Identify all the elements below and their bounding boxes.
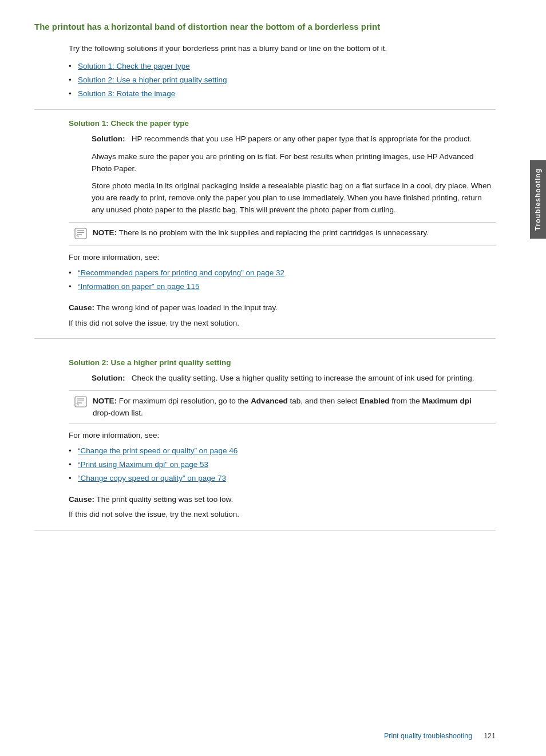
solution1-text: Solution: HP recommends that you use HP … xyxy=(92,133,496,145)
list-item: “Information on paper” on page 115 xyxy=(69,281,496,292)
solution1-para3: Store photo media in its original packag… xyxy=(92,180,496,216)
divider-mid xyxy=(34,338,496,339)
more-link-2-2[interactable]: “Print using Maximum dpi” on page 53 xyxy=(78,460,208,469)
solution1-desc: HP recommends that you use HP papers or … xyxy=(132,134,472,143)
svg-text:✎: ✎ xyxy=(76,402,80,406)
note-end: drop-down list. xyxy=(93,409,143,417)
note-svg-icon: ✎ xyxy=(74,228,87,239)
more-link-2-3[interactable]: “Change copy speed or quality” on page 7… xyxy=(78,474,226,482)
more-link-1-2[interactable]: “Information on paper” on page 115 xyxy=(78,282,199,291)
solution1-para2: Always make sure the paper you are print… xyxy=(92,151,496,175)
solution2-heading: Solution 2: Use a higher print quality s… xyxy=(69,358,496,367)
list-item: Solution 1: Check the paper type xyxy=(69,61,496,72)
solution2-label: Solution: xyxy=(92,374,125,382)
note-bold1: Advanced xyxy=(251,397,288,405)
note-text-1: NOTE: There is no problem with the ink s… xyxy=(93,227,429,239)
divider-top xyxy=(34,109,496,110)
for-more-info-1: For more information, see: xyxy=(69,252,496,264)
list-item: “Change the print speed or quality” on p… xyxy=(69,445,496,457)
solution2-desc: Check the quality setting. Use a higher … xyxy=(132,374,474,382)
note-bold3: Maximum dpi xyxy=(422,397,472,405)
cause-2: Cause: The print quality setting was set… xyxy=(69,494,496,506)
sidebar-label: Troubleshooting xyxy=(534,168,542,231)
for-more-info-2: For more information, see: xyxy=(69,430,496,442)
more-links-list-1: “Recommended papers for printing and cop… xyxy=(69,267,496,293)
solution1-heading: Solution 1: Check the paper type xyxy=(69,119,496,128)
cause-desc-1: The wrong kind of paper was loaded in th… xyxy=(97,303,278,312)
solution2-body: Solution: Check the quality setting. Use… xyxy=(92,373,496,385)
footer-link[interactable]: Print quality troubleshooting xyxy=(384,732,472,740)
cause-desc-2: The print quality setting was set too lo… xyxy=(97,495,234,504)
divider-bottom xyxy=(34,530,496,531)
note-box-2: ✎ NOTE: For maximum dpi resolution, go t… xyxy=(69,390,496,424)
note-text-2: NOTE: For maximum dpi resolution, go to … xyxy=(93,395,490,419)
page-heading: The printout has a horizontal band of di… xyxy=(34,21,496,33)
list-item: Solution 3: Rotate the image xyxy=(69,88,496,100)
note-before-bold: For maximum dpi resolution, go to the xyxy=(119,397,251,405)
footer-page-number: 121 xyxy=(484,732,496,740)
cause-1: Cause: The wrong kind of paper was loade… xyxy=(69,302,496,314)
more-links-list-2: “Change the print speed or quality” on p… xyxy=(69,445,496,485)
note-icon-1: ✎ xyxy=(74,228,88,241)
note-box-1: ✎ NOTE: There is no problem with the ink… xyxy=(69,222,496,246)
note-body-1: There is no problem with the ink supplie… xyxy=(119,228,429,237)
note-mid2: from the xyxy=(390,397,422,405)
list-item: “Change copy speed or quality” on page 7… xyxy=(69,473,496,484)
main-content: The printout has a horizontal band of di… xyxy=(0,0,530,756)
solution1-body: Solution: HP recommends that you use HP … xyxy=(92,133,496,217)
solution1-link[interactable]: Solution 1: Check the paper type xyxy=(78,62,190,70)
note-svg-icon-2: ✎ xyxy=(74,396,87,407)
intro-text: Try the following solutions if your bord… xyxy=(69,43,496,55)
cause-label-1: Cause: xyxy=(69,303,94,312)
note-icon-2: ✎ xyxy=(74,396,88,409)
sidebar-tab: Troubleshooting xyxy=(530,160,546,239)
page-footer: Print quality troubleshooting 121 xyxy=(384,732,496,740)
page-container: Troubleshooting The printout has a horiz… xyxy=(0,0,546,756)
note-mid: tab, and then select xyxy=(288,397,359,405)
more-link-1-1[interactable]: “Recommended papers for printing and cop… xyxy=(78,268,284,277)
cause-label-2: Cause: xyxy=(69,495,94,504)
list-item: “Print using Maximum dpi” on page 53 xyxy=(69,459,496,470)
note-label-2: NOTE: xyxy=(93,397,117,405)
svg-text:✎: ✎ xyxy=(76,234,80,238)
next-solution-2: If this did not solve the issue, try the… xyxy=(69,509,496,521)
solution-list: Solution 1: Check the paper type Solutio… xyxy=(69,61,496,100)
note-label-1: NOTE: xyxy=(93,228,117,237)
note-bold2: Enabled xyxy=(359,397,390,405)
solution2-text: Solution: Check the quality setting. Use… xyxy=(92,373,496,385)
solution2-link[interactable]: Solution 2: Use a higher print quality s… xyxy=(78,76,227,84)
list-item: Solution 2: Use a higher print quality s… xyxy=(69,74,496,86)
list-item: “Recommended papers for printing and cop… xyxy=(69,267,496,279)
more-link-2-1[interactable]: “Change the print speed or quality” on p… xyxy=(78,446,238,455)
solution1-label: Solution: xyxy=(92,134,125,143)
next-solution-1: If this did not solve the issue, try the… xyxy=(69,318,496,330)
solution3-link[interactable]: Solution 3: Rotate the image xyxy=(78,89,175,98)
